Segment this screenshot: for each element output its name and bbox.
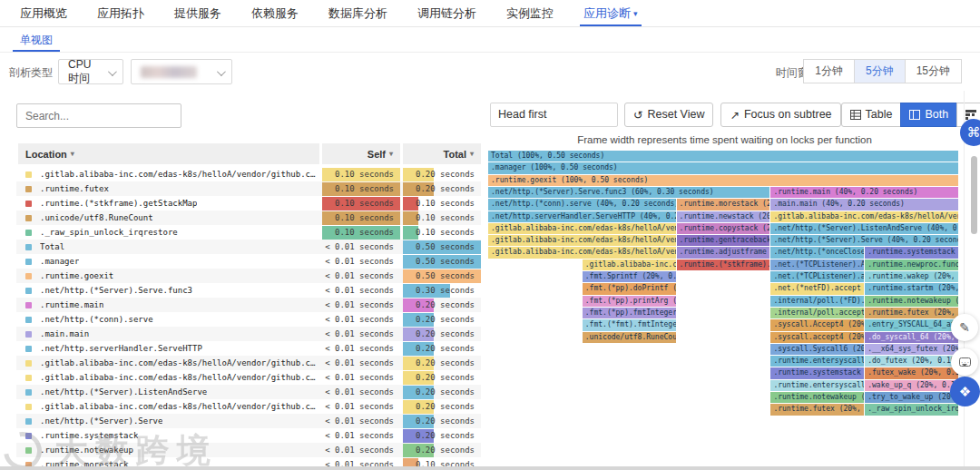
flame-frame[interactable]: .gitlab.alibaba-inc.com/edas-k8s/helloA/… bbox=[770, 211, 959, 222]
table-row[interactable]: Total< 0.01 seconds0.50 seconds bbox=[16, 240, 481, 254]
flame-frame[interactable]: .runtime.adjustframe (20%, 0.10 seconds) bbox=[677, 247, 771, 258]
flame-frame[interactable]: .try_to_wake_up (20%, 0.10 seconds) bbox=[865, 392, 959, 403]
nav-tab-应用拓扑[interactable]: 应用拓扑 bbox=[97, 0, 144, 26]
flame-frame[interactable]: .main.main (40%, 0.20 seconds) bbox=[770, 199, 959, 210]
flame-frame[interactable]: .net/http.(*Server).Serve (40%, 0.20 sec… bbox=[770, 235, 959, 246]
flame-frame[interactable]: .fmt.(*pp).fmtInteger (20%, 0.10 seconds… bbox=[583, 308, 677, 318]
flame-frame[interactable]: .gitlab.alibaba-inc.com/edas-k8s/helloA/… bbox=[583, 259, 677, 270]
flame-frame[interactable]: .unicode/utf8.RuneCount bbox=[583, 332, 677, 343]
nav-tab-提供服务[interactable]: 提供服务 bbox=[174, 0, 221, 26]
flame-frame[interactable]: .runtime.newstack (20%, 0.10 seconds) bbox=[677, 211, 771, 222]
flame-frame[interactable]: .runtime.goexit (100%, 0.50 seconds) bbox=[488, 175, 959, 186]
table-row[interactable]: .runtime.notewakeup< 0.01 seconds0.20 se… bbox=[16, 443, 481, 457]
focus-subtree-button[interactable]: ↗ Focus on subtree bbox=[720, 103, 840, 127]
flame-frame[interactable]: .fmt.(*pp).printArg (20%, 0.10 seconds) bbox=[583, 296, 677, 307]
reset-view-button[interactable]: ↺ Reset View bbox=[624, 103, 713, 127]
table-row[interactable]: .net/http.(*Server).Serve< 0.01 seconds0… bbox=[16, 414, 481, 428]
tab-single-view[interactable]: 单视图 bbox=[20, 28, 53, 52]
flame-frame[interactable]: .syscall.Accept4 (20%, 0.10 seconds) bbox=[770, 319, 865, 330]
table-row[interactable]: .net/http.(*Server).Serve.func3< 0.01 se… bbox=[16, 283, 481, 298]
flame-frame[interactable]: .gitlab.alibaba-inc.com/edas-k8s/helloA/… bbox=[488, 247, 677, 258]
feedback-pencil-button[interactable]: ✎ bbox=[951, 314, 978, 341]
flame-frame[interactable]: .__x64_sys_futex (20%, 0.10 seconds) bbox=[865, 344, 959, 355]
flame-frame[interactable]: .futex_wake (20%, 0.10 seconds) bbox=[865, 367, 959, 378]
flame-frame[interactable]: .runtime.entersyscall (20%, 0.10 seconds… bbox=[770, 356, 865, 367]
table-row[interactable]: .gitlab.alibaba-inc.com/edas-k8s/helloA/… bbox=[16, 356, 481, 370]
chat-float-button[interactable]: ··· bbox=[951, 348, 978, 376]
flame-frame[interactable]: .runtime.(*stkframe).getStackMap (20%, 0… bbox=[677, 259, 771, 270]
flame-frame[interactable]: .runtime.morestack (20%, 0.10 seconds) bbox=[677, 199, 771, 210]
flame-frame[interactable]: .syscall.accept4 (20%, 0.10 seconds) bbox=[770, 332, 865, 343]
profile-type-select[interactable]: CPU时间 bbox=[58, 59, 123, 84]
flame-frame[interactable]: .net/http.(*Server).Serve.func3 (60%, 0.… bbox=[488, 187, 770, 198]
column-header-location[interactable]: Location ▾ bbox=[18, 143, 319, 164]
nav-tab-调用链分析[interactable]: 调用链分析 bbox=[417, 0, 476, 26]
flame-frame[interactable]: .runtime.notewakeup (20%, 0.10 seconds) bbox=[865, 296, 959, 307]
flame-frame[interactable]: .do_futex (20%, 0.10 seconds) bbox=[865, 356, 959, 367]
flame-frame[interactable]: .syscall.Syscall6 (20%, 0.10 seconds) bbox=[770, 344, 865, 355]
instance-select[interactable] bbox=[131, 59, 232, 84]
flame-frame[interactable]: .entry_SYSCALL_64_after_hwframe (20%, 0.… bbox=[865, 319, 959, 330]
flame-frame[interactable]: .runtime.futex (20%, 0.10 seconds) bbox=[865, 308, 959, 318]
flame-frame[interactable]: .runtime.gentraceback (20%, 0.10 seconds… bbox=[677, 235, 771, 246]
flame-frame[interactable]: Total (100%, 0.50 seconds) bbox=[488, 151, 959, 162]
flame-frame[interactable]: .net.(*TCPListener).Accept (20%, 0.10 se… bbox=[770, 259, 865, 270]
flame-frame[interactable]: .gitlab.alibaba-inc.com/edas-k8s/helloA/… bbox=[488, 223, 677, 234]
flame-frame[interactable]: .net.(*netFD).accept (20%, 0.10 seconds) bbox=[770, 283, 865, 294]
flame-frame[interactable]: .runtime.copystack (20%, 0.10 seconds) bbox=[677, 223, 771, 234]
table-row[interactable]: .gitlab.alibaba-inc.com/edas-k8s/helloA/… bbox=[16, 370, 481, 385]
flame-frame[interactable]: .fmt.(*pp).doPrintf (20%, 0.10 seconds) bbox=[583, 283, 677, 294]
table-row[interactable]: .main.main< 0.01 seconds0.20 seconds bbox=[16, 327, 481, 341]
flame-frame[interactable]: .runtime.notewakeup (20%, 0.10 seconds) bbox=[770, 392, 865, 403]
assistant-float-button[interactable]: ⌘ bbox=[960, 119, 980, 146]
table-row[interactable]: .manager< 0.01 seconds0.50 seconds bbox=[16, 254, 481, 269]
column-header-self[interactable]: Self ▾ bbox=[322, 143, 400, 164]
flame-frame[interactable]: .wake_up_q (20%, 0.10 seconds) bbox=[865, 380, 959, 391]
flame-frame[interactable]: .internal/poll.accept (20%, 0.10 seconds… bbox=[770, 308, 865, 318]
apps-float-button[interactable]: ❖ bbox=[950, 377, 980, 406]
window-button-1分钟[interactable]: 1分钟 bbox=[803, 59, 855, 83]
flame-frame[interactable]: .runtime.wakep (20%, 0.10 seconds) bbox=[865, 271, 959, 282]
table-row[interactable]: .runtime.main< 0.01 seconds0.20 seconds bbox=[16, 298, 481, 312]
table-row[interactable]: .runtime.goexit< 0.01 seconds0.50 second… bbox=[16, 269, 481, 283]
table-row[interactable]: .net/http.serverHandler.ServeHTTP< 0.01 … bbox=[16, 341, 481, 356]
flame-frame[interactable]: .manager (100%, 0.50 seconds) bbox=[488, 162, 959, 173]
flame-frame[interactable]: .runtime.entersyscall_sysmon (20%, 0.10 … bbox=[770, 380, 865, 391]
scrollbar-thumb[interactable] bbox=[971, 156, 977, 234]
flame-frame[interactable]: .runtime.main (40%, 0.20 seconds) bbox=[770, 187, 959, 198]
flame-frame[interactable]: .fmt.Sprintf (20%, 0.10 seconds) bbox=[583, 271, 677, 282]
column-header-total[interactable]: Total ▾ bbox=[403, 143, 481, 164]
nav-tab-实例监控[interactable]: 实例监控 bbox=[506, 0, 554, 26]
table-row[interactable]: .gitlab.alibaba-inc.com/edas-k8s/helloA/… bbox=[16, 399, 481, 414]
flame-frame[interactable]: .net/http.(*Server).ListenAndServe (40%,… bbox=[770, 223, 959, 234]
table-row[interactable]: ._raw_spin_unlock_irqrestore0.10 seconds… bbox=[16, 225, 481, 240]
flame-frame[interactable]: .net/http.(*onceCloseListener).Accept (2… bbox=[770, 247, 865, 258]
table-row[interactable]: .net/http.(*Server).ListenAndServe< 0.01… bbox=[16, 385, 481, 399]
flame-frame[interactable]: .runtime.startm (20%, 0.10 seconds) bbox=[865, 283, 959, 294]
table-row[interactable]: .net/http.(*conn).serve< 0.01 seconds0.2… bbox=[16, 312, 481, 327]
flame-frame[interactable]: .net/http.serverHandler.ServeHTTP (40%, … bbox=[488, 211, 677, 222]
flame-frame[interactable]: .runtime.systemstack (20%, 0.10 seconds) bbox=[770, 367, 865, 378]
nav-tab-应用概览[interactable]: 应用概览 bbox=[20, 0, 67, 26]
nav-tab-应用诊断[interactable]: 应用诊断▾ bbox=[583, 0, 638, 26]
flame-frame[interactable]: .do_syscall_64 (20%, 0.10 seconds) bbox=[865, 332, 959, 343]
flame-frame[interactable]: .runtime.futex (20%, 0.10 seconds) bbox=[770, 404, 865, 415]
flame-frame[interactable]: .internal/poll.(*FD).Accept (20%, 0.10 s… bbox=[770, 296, 865, 307]
flame-frame[interactable]: ._raw_spin_unlock_irqrestore (20%, 0.10 … bbox=[865, 404, 959, 415]
table-row[interactable]: .runtime.(*stkframe).getStackMap0.10 sec… bbox=[16, 196, 481, 211]
window-button-15分钟[interactable]: 15分钟 bbox=[905, 59, 962, 83]
flame-frame[interactable]: .gitlab.alibaba-inc.com/edas-k8s/helloA/… bbox=[488, 235, 677, 246]
table-row[interactable]: .runtime.systemstack< 0.01 seconds0.20 s… bbox=[16, 428, 481, 443]
table-row[interactable]: .unicode/utf8.RuneCount0.10 seconds0.10 … bbox=[16, 211, 481, 225]
both-view-button[interactable]: Both bbox=[900, 103, 957, 127]
table-row[interactable]: .runtime.futex0.10 seconds0.20 seconds bbox=[16, 181, 481, 196]
search-input[interactable] bbox=[16, 103, 181, 128]
flame-frame[interactable]: .runtime.systemstack (20%, 0.10 seconds) bbox=[865, 247, 959, 258]
window-button-5分钟[interactable]: 5分钟 bbox=[854, 59, 906, 83]
nav-tab-依赖服务[interactable]: 依赖服务 bbox=[251, 0, 299, 26]
flame-frame[interactable]: .net.(*TCPListener).accept (20%, 0.10 se… bbox=[770, 271, 865, 282]
table-view-button[interactable]: Table bbox=[841, 103, 902, 127]
nav-tab-数据库分析[interactable]: 数据库分析 bbox=[328, 0, 387, 26]
flame-frame[interactable]: .fmt.(*fmt).fmtInteger (20%, 0.10 second… bbox=[583, 319, 677, 330]
flame-frame[interactable]: .runtime.newproc.func1 (20%, 0.10 second… bbox=[865, 259, 959, 270]
